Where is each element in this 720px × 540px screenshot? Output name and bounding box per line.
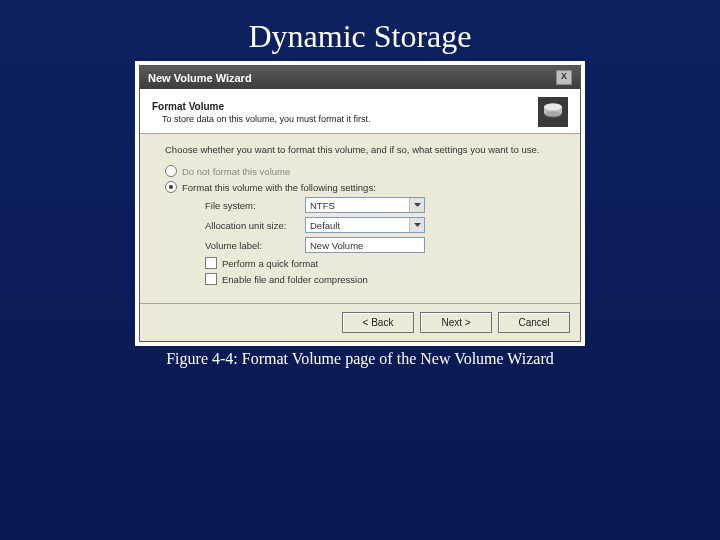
- back-button[interactable]: < Back: [342, 312, 414, 333]
- cancel-button[interactable]: Cancel: [498, 312, 570, 333]
- wizard-window: New Volume Wizard X Format Volume To sto…: [139, 65, 581, 342]
- svg-marker-4: [414, 203, 421, 207]
- header-title: Format Volume: [152, 101, 371, 112]
- allocation-select[interactable]: Default: [305, 217, 425, 233]
- radio-no-format-label: Do not format this volume: [182, 166, 290, 177]
- compression-label: Enable file and folder compression: [222, 274, 368, 285]
- disk-icon: [538, 97, 568, 127]
- chevron-down-icon: [409, 198, 424, 212]
- figure-caption: Figure 4-4: Format Volume page of the Ne…: [0, 350, 720, 368]
- checkbox-icon: [205, 257, 217, 269]
- filesystem-label: File system:: [205, 200, 305, 211]
- format-settings: File system: NTFS Allocation unit size: …: [185, 197, 555, 285]
- titlebar: New Volume Wizard X: [140, 66, 580, 89]
- wizard-header: Format Volume To store data on this volu…: [140, 89, 580, 134]
- volume-label-label: Volume label:: [205, 240, 305, 251]
- radio-no-format[interactable]: Do not format this volume: [165, 165, 555, 177]
- quick-format-label: Perform a quick format: [222, 258, 318, 269]
- header-subtitle: To store data on this volume, you must f…: [162, 114, 371, 124]
- window-title: New Volume Wizard: [148, 72, 252, 84]
- next-button[interactable]: Next >: [420, 312, 492, 333]
- checkbox-compression[interactable]: Enable file and folder compression: [205, 273, 555, 285]
- radio-icon: [165, 165, 177, 177]
- checkbox-quick-format[interactable]: Perform a quick format: [205, 257, 555, 269]
- radio-icon: [165, 181, 177, 193]
- svg-point-3: [545, 112, 561, 118]
- slide-title: Dynamic Storage: [0, 18, 720, 55]
- filesystem-select[interactable]: NTFS: [305, 197, 425, 213]
- svg-point-2: [544, 104, 562, 111]
- wizard-content: Choose whether you want to format this v…: [140, 134, 580, 297]
- instruction-text: Choose whether you want to format this v…: [165, 144, 555, 155]
- close-button[interactable]: X: [556, 70, 572, 85]
- svg-marker-5: [414, 223, 421, 227]
- button-bar: < Back Next > Cancel: [140, 304, 580, 341]
- allocation-label: Allocation unit size:: [205, 220, 305, 231]
- volume-label-input[interactable]: New Volume: [305, 237, 425, 253]
- filesystem-value: NTFS: [306, 198, 409, 212]
- radio-format-with-settings[interactable]: Format this volume with the following se…: [165, 181, 555, 193]
- allocation-value: Default: [306, 218, 409, 232]
- radio-format-label: Format this volume with the following se…: [182, 182, 376, 193]
- checkbox-icon: [205, 273, 217, 285]
- chevron-down-icon: [409, 218, 424, 232]
